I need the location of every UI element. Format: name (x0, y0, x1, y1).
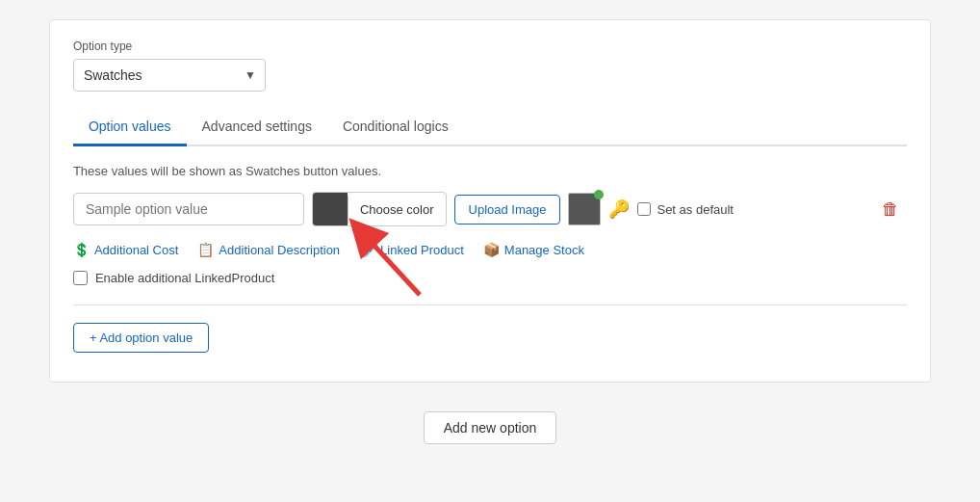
tab-option-values[interactable]: Option values (73, 109, 187, 146)
enable-linked-product-row: Enable additional LinkedProduct (73, 271, 907, 285)
color-preview-box (568, 193, 601, 225)
linked-product-link[interactable]: 🔗 Linked Product (359, 242, 464, 257)
linked-product-label: Linked Product (380, 243, 464, 257)
color-swatch-preview (313, 193, 348, 225)
option-type-select-wrapper: Swatches ▼ (73, 59, 266, 92)
add-new-option-button[interactable]: Add new option (424, 411, 557, 444)
additional-description-label: Additional Description (219, 243, 340, 257)
tabs-bar: Option values Advanced settings Conditio… (73, 109, 907, 146)
upload-image-button[interactable]: Upload Image (454, 195, 561, 225)
additional-description-link[interactable]: 📋 Additional Description (197, 242, 340, 257)
set-as-default-wrapper: Set as default (637, 202, 734, 217)
linked-product-section: Enable additional LinkedProduct (73, 271, 907, 285)
option-type-select[interactable]: Swatches (73, 59, 266, 92)
manage-stock-link[interactable]: 📦 Manage Stock (483, 242, 584, 257)
additional-cost-label: Additional Cost (94, 243, 178, 257)
key-icon: 🔑 (608, 198, 630, 220)
document-icon: 📋 (197, 242, 214, 257)
link-icon: 🔗 (359, 242, 375, 257)
section-divider (73, 304, 907, 305)
delete-option-button[interactable]: 🗑 (874, 196, 907, 224)
enable-linked-product-checkbox[interactable] (73, 271, 88, 285)
meta-links: 💲 Additional Cost 📋 Additional Descripti… (73, 242, 907, 257)
set-as-default-label: Set as default (657, 202, 734, 217)
option-type-label: Option type (73, 40, 907, 53)
page-wrapper: Option type Swatches ▼ Option values Adv… (0, 0, 980, 502)
dollar-icon: 💲 (73, 242, 90, 257)
box-icon: 📦 (483, 242, 500, 257)
main-card: Option type Swatches ▼ Option values Adv… (49, 19, 931, 383)
option-value-input[interactable] (73, 193, 304, 225)
bottom-bar: Add new option (424, 411, 557, 444)
info-text: These values will be shown as Swatches b… (73, 164, 907, 178)
trash-icon: 🗑 (882, 199, 899, 219)
tab-conditional-logics[interactable]: Conditional logics (327, 109, 464, 146)
enable-linked-product-label: Enable additional LinkedProduct (95, 271, 274, 285)
manage-stock-label: Manage Stock (504, 243, 584, 257)
set-as-default-checkbox[interactable] (637, 202, 651, 216)
option-type-section: Option type Swatches ▼ (73, 40, 907, 92)
choose-color-button[interactable]: Choose color (348, 196, 446, 224)
color-status-dot (594, 190, 604, 199)
additional-cost-link[interactable]: 💲 Additional Cost (73, 242, 178, 257)
add-option-value-button[interactable]: + Add option value (73, 323, 209, 353)
choose-color-group: Choose color (312, 192, 447, 226)
option-row: Choose color Upload Image 🔑 Set as defau… (73, 192, 907, 226)
tab-advanced-settings[interactable]: Advanced settings (187, 109, 327, 146)
